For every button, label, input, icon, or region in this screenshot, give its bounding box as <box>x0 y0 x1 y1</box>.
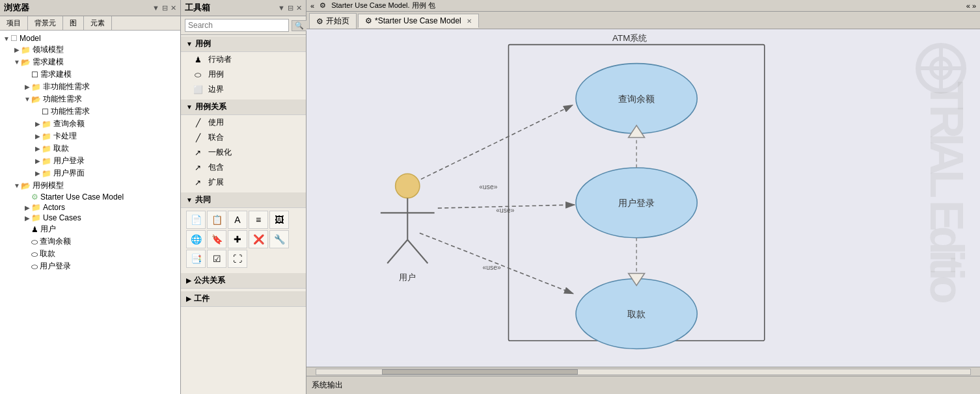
tab-close-icon[interactable]: ✕ <box>467 18 472 25</box>
close-icon[interactable]: ✕ <box>170 4 176 12</box>
grid-item-9[interactable]: ❌ <box>249 230 268 248</box>
tree-item-model[interactable]: ▼ ☐ Model <box>0 33 180 44</box>
tree-label-model: Model <box>20 34 41 43</box>
tree-item-usecase-model[interactable]: ▼ 📂 用例模型 <box>0 179 180 192</box>
tree-item-withdraw[interactable]: ▶ 📁 取款 <box>0 142 180 155</box>
toolbox-item-boundary[interactable]: ⬜ 边界 <box>181 82 306 97</box>
tree-item-nonfunc[interactable]: ▶ 📁 非功能性需求 <box>0 81 180 93</box>
toggle-domain[interactable]: ▶ <box>13 46 21 53</box>
toolbox-label-actor: 行动者 <box>208 54 232 65</box>
scroll-thumb[interactable] <box>382 369 578 374</box>
toolbox-close-icon[interactable]: ✕ <box>296 4 302 12</box>
tree-label-usecase-model: 用例模型 <box>33 180 64 191</box>
grid-item-7[interactable]: 🔖 <box>207 230 226 248</box>
toolbox-pin-icon[interactable]: ▼ <box>278 4 285 12</box>
grid-item-11[interactable]: 📑 <box>186 250 206 268</box>
grid-item-3[interactable]: A <box>228 211 247 229</box>
toggle-nonfunc[interactable]: ▶ <box>23 83 31 90</box>
use-label-1: «use» <box>479 183 497 190</box>
toolbox-item-assoc[interactable]: ╱ 联合 <box>181 130 306 145</box>
grid-item-5[interactable]: 🖼 <box>269 211 289 229</box>
arrow-relations: ▼ <box>186 103 193 111</box>
toggle-req[interactable]: ▼ <box>13 59 21 66</box>
toggle-usecase-model[interactable]: ▼ <box>13 182 21 189</box>
tree-item-query-uc[interactable]: ⬭ 查询余额 <box>0 235 180 248</box>
toolbox-grid-common: 📄 📋 A ≡ 🖼 🌐 🔖 ✚ ❌ 🔧 📑 ☑ ⛶ <box>181 208 306 270</box>
section-label-relations: 用例关系 <box>195 101 226 112</box>
grid-item-12[interactable]: ☑ <box>207 250 226 268</box>
toolbox-item-use[interactable]: ╱ 使用 <box>181 115 306 130</box>
toggle-ui[interactable]: ▶ <box>34 170 42 177</box>
toolbox-item-usecase[interactable]: ⬭ 用例 <box>181 67 306 82</box>
tree-label-domain: 领域模型 <box>33 44 64 55</box>
toggle-query[interactable]: ▶ <box>34 120 42 127</box>
tree-item-actors[interactable]: ▶ 📁 Actors <box>0 202 180 213</box>
grid-item-1[interactable]: 📄 <box>186 211 206 229</box>
nav-breadcrumb: Starter Use Case Model. 用例 包 <box>331 1 435 10</box>
toggle-usecases-folder[interactable]: ▶ <box>23 215 31 222</box>
tree-item-req-model[interactable]: ☐ 需求建模 <box>0 68 180 81</box>
pin-icon[interactable]: ▼ <box>152 4 159 12</box>
browser-tabs: 项目 背景元 图 元素 <box>0 16 180 31</box>
scrollbar-horizontal[interactable] <box>306 367 980 376</box>
search-input[interactable] <box>185 19 289 32</box>
toolbox-item-extend[interactable]: ↗ 扩展 <box>181 175 306 190</box>
toolbox-dock-icon[interactable]: ⊟ <box>288 4 293 12</box>
grid-item-8[interactable]: ✚ <box>228 230 247 248</box>
nav-right-arrows[interactable]: « » <box>966 2 976 10</box>
grid-item-4[interactable]: ≡ <box>249 211 268 229</box>
nav-back-icon[interactable]: « <box>310 2 314 10</box>
tree-item-user-actor[interactable]: ♟ 用户 <box>0 223 180 235</box>
grid-item-10[interactable]: 🔧 <box>269 230 289 248</box>
toggle-withdraw[interactable]: ▶ <box>34 145 42 152</box>
tree-item-domain[interactable]: ▶ 📁 领域模型 <box>0 44 180 56</box>
diagram-container: ATM系统 用户 <box>306 29 980 363</box>
tab-element[interactable]: 元素 <box>84 16 112 30</box>
tree-item-query[interactable]: ▶ 📁 查询余额 <box>0 118 180 130</box>
tree-item-func-item[interactable]: ☐ 功能性需求 <box>0 105 180 118</box>
uc-withdraw-label: 取款 <box>627 309 646 319</box>
grid-item-2[interactable]: 📋 <box>207 211 226 229</box>
tree-item-card[interactable]: ▶ 📁 卡处理 <box>0 130 180 142</box>
toolbox-section-header-usecase[interactable]: ▼ 用例 <box>181 36 306 52</box>
search-button[interactable]: 🔍 <box>292 20 307 31</box>
scroll-track <box>316 369 971 375</box>
tree-label-actors: Actors <box>43 203 65 212</box>
toggle-user-actor <box>23 226 31 233</box>
tree-label-query-uc: 查询余额 <box>40 236 71 247</box>
tab-project[interactable]: 项目 <box>0 16 28 30</box>
toggle-withdraw-uc <box>23 250 31 257</box>
toolbox-section-header-relations[interactable]: ▼ 用例关系 <box>181 99 306 115</box>
toolbox-section-header-artifact[interactable]: ▶ 工件 <box>181 291 306 307</box>
tree-item-usecases-folder[interactable]: ▶ 📁 Use Cases <box>0 213 180 223</box>
toggle-actors[interactable]: ▶ <box>23 204 31 211</box>
tab-diagram[interactable]: 图 <box>63 16 84 30</box>
tab-start-page[interactable]: ⚙ 开始页 <box>309 13 357 29</box>
toolbox-item-gen[interactable]: ↗ 一般化 <box>181 145 306 160</box>
tree-item-func[interactable]: ▼ 📂 功能性需求 <box>0 93 180 105</box>
tab-starter-model[interactable]: ⚙ *Starter Use Case Model ✕ <box>358 14 479 28</box>
tree-item-req[interactable]: ▼ 📂 需求建模 <box>0 56 180 68</box>
tree-item-login-uc[interactable]: ⬭ 用户登录 <box>0 260 180 272</box>
arrow-artifact: ▶ <box>186 295 191 302</box>
toolbox-item-include[interactable]: ↗ 包含 <box>181 160 306 175</box>
tab-background[interactable]: 背景元 <box>28 16 63 30</box>
toolbox-section-header-public-rel[interactable]: ▶ 公共关系 <box>181 273 306 289</box>
dock-icon[interactable]: ⊟ <box>162 4 168 12</box>
folder-icon-card: 📁 <box>42 132 51 141</box>
grid-item-13[interactable]: ⛶ <box>228 250 247 268</box>
toggle-login[interactable]: ▶ <box>34 157 42 164</box>
toggle-func[interactable]: ▼ <box>23 96 31 103</box>
tree-label-func-item: 功能性需求 <box>51 106 90 117</box>
tree-label-usecases: Use Cases <box>43 213 81 222</box>
toggle-card[interactable]: ▶ <box>34 133 42 140</box>
tree-item-ui[interactable]: ▶ 📁 用户界面 <box>0 167 180 179</box>
tree-item-login[interactable]: ▶ 📁 用户登录 <box>0 155 180 167</box>
toggle-model[interactable]: ▼ <box>3 35 10 42</box>
toolbox-item-actor[interactable]: ♟ 行动者 <box>181 52 306 67</box>
tree-item-starter[interactable]: ⚙ Starter Use Case Model <box>0 192 180 202</box>
browser-title: 浏览器 <box>4 2 29 14</box>
tree-item-withdraw-uc[interactable]: ⬭ 取款 <box>0 248 180 260</box>
toolbox-section-header-common[interactable]: ▼ 共同 <box>181 192 306 208</box>
grid-item-6[interactable]: 🌐 <box>186 230 206 248</box>
